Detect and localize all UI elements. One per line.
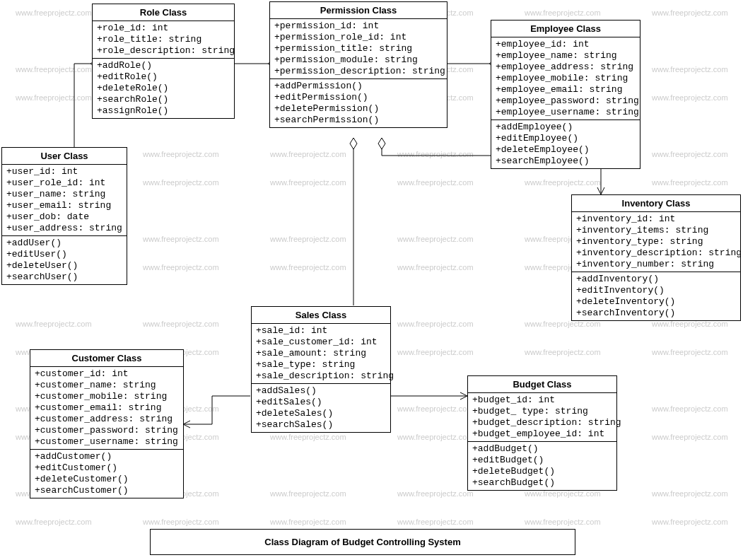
class-member: +employee_email: string [496, 84, 636, 95]
class-member: +permission_title: string [274, 43, 443, 54]
class-member: +editBudget() [472, 455, 612, 466]
class-member: +deletePermission() [274, 103, 443, 115]
class-member: +deleteInventory() [576, 296, 736, 308]
class-member: +role_id: int [97, 23, 230, 34]
class-member: +user_name: string [6, 189, 122, 200]
class-ops: +addUser()+editUser()+deleteUser()+searc… [2, 236, 127, 284]
class-attrs: +employee_id: int+employee_name: string+… [491, 37, 640, 120]
class-member: +addCustomer() [35, 451, 179, 462]
class-member: +budget_description: string [472, 417, 612, 428]
class-member: +sale_description: string [256, 371, 386, 382]
diagram-title-text: Class Diagram of Budget Controlling Syst… [264, 537, 460, 547]
class-attrs: +role_id: int+role_title: string+role_de… [93, 21, 234, 59]
class-ops: +addBudget()+editBudget()+deleteBudget()… [468, 442, 616, 490]
class-member: +customer_password: string [35, 425, 179, 436]
class-attrs: +sale_id: int+sale_customer_id: int+sale… [252, 324, 390, 384]
class-member: +addUser() [6, 238, 122, 249]
class-title: Permission Class [270, 2, 447, 19]
class-member: +budget_id: int [472, 395, 612, 406]
class-member: +employee_password: string [496, 95, 636, 107]
class-member: +searchCustomer() [35, 485, 179, 496]
class-member: +searchRole() [97, 94, 230, 105]
class-attrs: +permission_id: int+permission_role_id: … [270, 19, 447, 79]
class-customer: Customer Class +customer_id: int+custome… [30, 349, 184, 498]
class-member: +inventory_description: string [576, 247, 736, 259]
class-member: +deleteCustomer() [35, 474, 179, 485]
class-member: +addBudget() [472, 443, 612, 455]
class-member: +addEmployee() [496, 122, 636, 133]
class-member: +searchBudget() [472, 477, 612, 489]
class-attrs: +budget_id: int+budget_ type: string+bud… [468, 393, 616, 442]
class-title: Inventory Class [572, 195, 740, 212]
class-ops: +addSales()+editSales()+deleteSales()+se… [252, 384, 390, 432]
class-member: +employee_name: string [496, 50, 636, 62]
class-budget: Budget Class +budget_id: int+budget_ typ… [467, 375, 617, 491]
class-title: Sales Class [252, 307, 390, 324]
class-member: +role_title: string [97, 34, 230, 45]
class-member: +permission_id: int [274, 21, 443, 32]
class-member: +employee_username: string [496, 107, 636, 118]
class-member: +editPermission() [274, 92, 443, 103]
class-employee: Employee Class +employee_id: int+employe… [491, 20, 640, 169]
class-member: +addSales() [256, 385, 386, 397]
class-ops: +addPermission()+editPermission()+delete… [270, 79, 447, 127]
class-member: +searchEmployee() [496, 156, 636, 167]
class-role: Role Class +role_id: int+role_title: str… [92, 4, 235, 119]
class-title: Customer Class [30, 350, 183, 367]
class-title: Budget Class [468, 376, 616, 393]
class-inventory: Inventory Class +inventory_id: int+inven… [571, 194, 741, 321]
class-member: +customer_address: string [35, 414, 179, 425]
class-member: +searchSales() [256, 419, 386, 431]
class-attrs: +customer_id: int+customer_name: string+… [30, 367, 183, 450]
class-member: +sale_id: int [256, 325, 386, 337]
class-member: +user_dob: date [6, 211, 122, 223]
class-member: +editRole() [97, 71, 230, 83]
class-ops: +addInventory()+editInventory()+deleteIn… [572, 272, 740, 320]
class-member: +employee_address: string [496, 62, 636, 73]
class-member: +customer_name: string [35, 380, 179, 391]
class-member: +editUser() [6, 249, 122, 260]
class-member: +addPermission() [274, 81, 443, 92]
class-member: +sale_type: string [256, 359, 386, 371]
class-member: +assignRole() [97, 105, 230, 117]
class-member: +permission_role_id: int [274, 32, 443, 43]
class-member: +searchUser() [6, 272, 122, 283]
class-member: +addInventory() [576, 274, 736, 285]
class-attrs: +user_id: int+user_role_id: int+user_nam… [2, 165, 127, 236]
class-title: Employee Class [491, 21, 640, 37]
class-member: +editSales() [256, 397, 386, 408]
class-title: Role Class [93, 4, 234, 21]
class-member: +role_description: string [97, 45, 230, 57]
class-member: +user_role_id: int [6, 177, 122, 189]
class-member: +deleteRole() [97, 83, 230, 94]
class-member: +user_id: int [6, 166, 122, 177]
class-permission: Permission Class +permission_id: int+per… [269, 1, 447, 128]
class-member: +inventory_type: string [576, 236, 736, 247]
class-member: +searchInventory() [576, 308, 736, 319]
class-member: +user_address: string [6, 223, 122, 234]
class-member: +inventory_number: string [576, 259, 736, 270]
class-user: User Class +user_id: int+user_role_id: i… [1, 147, 127, 285]
class-member: +deleteBudget() [472, 466, 612, 477]
class-member: +addRole() [97, 60, 230, 71]
class-member: +customer_mobile: string [35, 391, 179, 402]
class-member: +budget_employee_id: int [472, 428, 612, 440]
class-member: +inventory_id: int [576, 214, 736, 225]
class-member: +sale_amount: string [256, 348, 386, 359]
class-member: +editCustomer() [35, 462, 179, 474]
class-member: +budget_ type: string [472, 406, 612, 417]
class-member: +inventory_items: string [576, 225, 736, 236]
class-member: +deleteUser() [6, 260, 122, 272]
class-member: +editEmployee() [496, 133, 636, 144]
class-member: +searchPermission() [274, 115, 443, 126]
class-member: +user_email: string [6, 200, 122, 211]
class-ops: +addCustomer()+editCustomer()+deleteCust… [30, 450, 183, 498]
class-sales: Sales Class +sale_id: int+sale_customer_… [251, 306, 391, 433]
class-member: +permission_module: string [274, 54, 443, 66]
class-member: +deleteSales() [256, 408, 386, 419]
class-member: +customer_username: string [35, 436, 179, 448]
class-ops: +addRole()+editRole()+deleteRole()+searc… [93, 59, 234, 118]
class-ops: +addEmployee()+editEmployee()+deleteEmpl… [491, 120, 640, 168]
class-member: +editInventory() [576, 285, 736, 296]
class-member: +deleteEmployee() [496, 144, 636, 156]
